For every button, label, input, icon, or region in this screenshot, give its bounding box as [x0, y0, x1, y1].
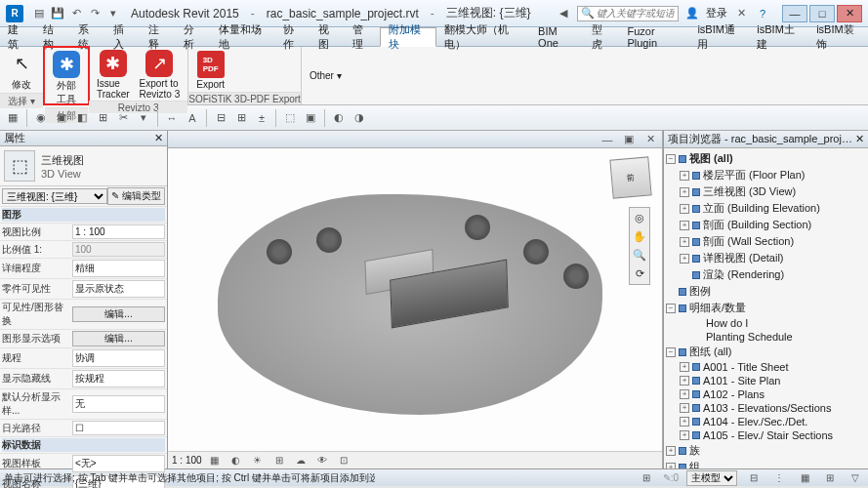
tree-node[interactable]: 图例: [666, 283, 866, 300]
property-value[interactable]: 显示原状态: [72, 280, 165, 298]
viewport-3d[interactable]: 前 ◎ ✋ 🔍 ⟳: [168, 148, 662, 451]
tree-node[interactable]: +A001 - Title Sheet: [666, 360, 866, 374]
edit-type-button[interactable]: ✎ 编辑类型: [107, 187, 165, 205]
tab-结构[interactable]: 结构: [35, 27, 70, 46]
tab-isBIM通用[interactable]: isBIM通用: [689, 27, 749, 46]
expand-icon[interactable]: +: [680, 430, 689, 440]
qat-save-icon[interactable]: 💾: [50, 6, 65, 21]
vcb-icon[interactable]: 👁: [313, 452, 331, 469]
steering-icon[interactable]: ◎: [635, 212, 644, 224]
tab-系统[interactable]: 系统: [70, 27, 105, 46]
tree-node[interactable]: +A101 - Site Plan: [666, 374, 866, 387]
tab-附加模块[interactable]: 附加模块: [380, 27, 436, 47]
issue-tracker-button[interactable]: ✱Issue Tracker: [95, 49, 132, 101]
tab-型虎[interactable]: 型虎: [584, 27, 619, 46]
expand-icon[interactable]: +: [680, 204, 689, 214]
vt-icon[interactable]: ◑: [351, 109, 368, 127]
vt-icon[interactable]: ⊟: [212, 109, 229, 127]
expand-icon[interactable]: −: [666, 304, 676, 313]
expand-icon[interactable]: +: [680, 403, 689, 413]
expand-icon[interactable]: +: [680, 237, 689, 247]
qat-more-icon[interactable]: ▾: [105, 6, 121, 21]
tree-node[interactable]: +楼层平面 (Floor Plan): [666, 167, 866, 183]
expand-icon[interactable]: −: [666, 154, 676, 164]
expand-icon[interactable]: +: [680, 362, 689, 372]
tree-node[interactable]: 渲染 (Rendering): [666, 266, 866, 283]
vt-icon[interactable]: ▦: [4, 109, 21, 127]
tab-建筑[interactable]: 建筑: [0, 27, 35, 46]
workset-selector[interactable]: 主模型: [686, 470, 737, 486]
vcb-icon[interactable]: ⊡: [335, 452, 352, 469]
tree-node[interactable]: +A104 - Elev./Sec./Det.: [666, 415, 866, 428]
vt-icon[interactable]: ▾: [135, 109, 152, 127]
vt-icon[interactable]: ◧: [73, 109, 91, 127]
tab-分析[interactable]: 分析: [176, 27, 211, 46]
sb-icon[interactable]: ▦: [796, 469, 813, 487]
tree-node[interactable]: −明细表/数量: [666, 300, 866, 316]
tree-node[interactable]: +详图视图 (Detail): [666, 250, 866, 266]
vt-icon[interactable]: ▣: [302, 109, 319, 127]
tab-BIM One[interactable]: BIM One: [530, 27, 584, 46]
close-icon[interactable]: ✕: [154, 132, 163, 144]
close-button[interactable]: ✕: [837, 5, 862, 22]
edit-button[interactable]: 编辑...: [72, 331, 165, 346]
properties-header[interactable]: 属性 ✕: [0, 131, 167, 146]
vt-icon[interactable]: ↔: [163, 109, 181, 127]
doc-minimize-icon[interactable]: —: [599, 132, 615, 147]
expand-icon[interactable]: +: [680, 221, 689, 230]
zoom-icon[interactable]: 🔍: [633, 249, 646, 262]
export-revizto-button[interactable]: ↗Export to Revizto 3: [138, 49, 183, 101]
expand-icon[interactable]: +: [666, 463, 676, 469]
tree-node[interactable]: +A103 - Elevations/Sections: [666, 401, 866, 415]
edit-button[interactable]: 编辑...: [72, 306, 165, 322]
tab-体量和场地[interactable]: 体量和场地: [211, 27, 275, 46]
vcb-icon[interactable]: ☀: [249, 452, 267, 469]
vcb-icon[interactable]: ⊞: [270, 452, 288, 469]
vt-icon[interactable]: ⊞: [94, 109, 111, 127]
property-value[interactable]: 1 : 100: [72, 224, 165, 239]
app-icon[interactable]: R: [6, 5, 23, 22]
maximize-button[interactable]: □: [809, 5, 835, 22]
qat-undo-icon[interactable]: ↶: [68, 6, 84, 21]
doc-restore-icon[interactable]: ▣: [621, 132, 637, 147]
modify-button[interactable]: ↖修改: [6, 49, 37, 93]
sb-icon[interactable]: ⊞: [638, 469, 655, 487]
tab-视图[interactable]: 视图: [310, 27, 346, 46]
property-value[interactable]: 无: [72, 395, 165, 413]
search-box[interactable]: 🔍: [577, 6, 679, 21]
tree-node[interactable]: −图纸 (all): [666, 344, 866, 360]
tree-node[interactable]: How do I: [666, 316, 866, 330]
property-value[interactable]: ☐: [72, 421, 165, 435]
sb-icon[interactable]: ▽: [847, 469, 864, 487]
other-dropdown[interactable]: Other ▾: [308, 69, 344, 82]
vt-icon[interactable]: A: [184, 109, 201, 127]
qat-redo-icon[interactable]: ↷: [87, 6, 103, 21]
sb-icon[interactable]: ⋮: [770, 469, 788, 487]
sb-icon[interactable]: ⊞: [821, 469, 839, 487]
tree-node[interactable]: +剖面 (Building Section): [666, 217, 866, 233]
expand-icon[interactable]: +: [680, 254, 689, 264]
sb-icon[interactable]: ⊟: [745, 469, 763, 487]
vt-icon[interactable]: ✂: [114, 109, 132, 127]
qat-open-icon[interactable]: ▤: [31, 6, 47, 21]
doc-close-icon[interactable]: ✕: [642, 132, 658, 147]
property-value[interactable]: <无>: [72, 455, 165, 472]
tab-管理[interactable]: 管理: [345, 27, 380, 46]
tree-node[interactable]: +族: [666, 442, 866, 459]
expand-icon[interactable]: +: [680, 376, 689, 386]
view-cube[interactable]: 前: [609, 156, 651, 198]
tab-插入[interactable]: 插入: [105, 27, 141, 46]
close-icon[interactable]: ✕: [855, 133, 864, 145]
scale-label[interactable]: 1 : 100: [172, 455, 202, 466]
vt-icon[interactable]: ◉: [32, 109, 50, 127]
tree-node[interactable]: +三维视图 (3D View): [666, 183, 866, 200]
info-icon[interactable]: ◀: [556, 6, 571, 21]
section-identity[interactable]: 标识数据: [2, 438, 165, 452]
property-value[interactable]: 协调: [72, 349, 165, 367]
expand-icon[interactable]: +: [680, 417, 689, 427]
section-graphics[interactable]: 图形: [2, 208, 165, 222]
search-input[interactable]: [597, 8, 675, 19]
tree-node[interactable]: +组: [666, 459, 866, 468]
vcb-icon[interactable]: ☁: [292, 452, 310, 469]
vt-icon[interactable]: ±: [253, 109, 270, 127]
